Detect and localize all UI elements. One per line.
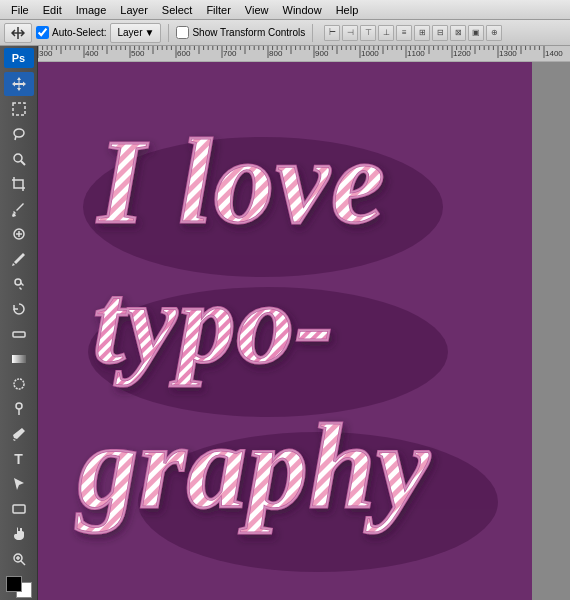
path-selection-tool[interactable] [4, 472, 34, 496]
menu-image[interactable]: Image [69, 2, 114, 18]
brush-tool[interactable] [4, 247, 34, 271]
svg-point-8 [15, 279, 21, 285]
svg-rect-14 [13, 505, 25, 513]
horizontal-ruler [38, 46, 570, 62]
options-bar: Auto-Select: Layer ▼ Show Transform Cont… [0, 20, 570, 46]
artwork-svg: I love typo- graphy I love typo- graphy [38, 62, 532, 600]
align-left-icon[interactable]: ⊢ [324, 25, 340, 41]
canvas-area: I love typo- graphy I love typo- graphy [38, 46, 570, 600]
dropdown-arrow-icon: ▼ [145, 27, 155, 38]
ps-logo: Ps [4, 48, 34, 68]
canvas-wrapper[interactable]: I love typo- graphy I love typo- graphy [38, 62, 570, 600]
rectangular-marquee-tool[interactable] [4, 97, 34, 121]
shape-tool[interactable] [4, 497, 34, 521]
menu-filter[interactable]: Filter [199, 2, 237, 18]
h-ruler-canvas [38, 46, 570, 62]
dodge-tool[interactable] [4, 397, 34, 421]
lasso-tool[interactable] [4, 122, 34, 146]
layer-dropdown[interactable]: Layer ▼ [110, 23, 161, 43]
quick-select-tool[interactable] [4, 147, 34, 171]
distribute-v-icon[interactable]: ⊠ [450, 25, 466, 41]
auto-align-icon[interactable]: ▣ [468, 25, 484, 41]
menu-window[interactable]: Window [276, 2, 329, 18]
clone-stamp-tool[interactable] [4, 272, 34, 296]
pen-tool[interactable] [4, 422, 34, 446]
menu-edit[interactable]: Edit [36, 2, 69, 18]
history-brush-tool[interactable] [4, 297, 34, 321]
foreground-color-swatch[interactable] [6, 576, 22, 592]
gradient-tool[interactable] [4, 347, 34, 371]
align-options-icon[interactable]: ⊕ [486, 25, 502, 41]
svg-point-12 [16, 403, 22, 409]
svg-text:graphy: graphy [75, 400, 431, 533]
svg-line-4 [21, 161, 25, 165]
hand-tool[interactable] [4, 522, 34, 546]
transform-icons-group: ⊢ ⊣ ⊤ ⊥ ≡ ⊞ ⊟ ⊠ ▣ ⊕ [324, 25, 502, 41]
menu-view[interactable]: View [238, 2, 276, 18]
menu-help[interactable]: Help [329, 2, 366, 18]
svg-text:typo-: typo- [93, 260, 334, 387]
move-tool[interactable] [4, 72, 34, 96]
svg-point-1 [14, 129, 24, 137]
svg-rect-10 [12, 355, 26, 363]
svg-point-3 [14, 154, 22, 162]
healing-brush-tool[interactable] [4, 222, 34, 246]
eyedropper-tool[interactable] [4, 197, 34, 221]
type-tool[interactable]: T [4, 447, 34, 471]
svg-line-2 [15, 136, 16, 140]
menu-bar: File Edit Image Layer Select Filter View… [0, 0, 570, 20]
svg-line-16 [21, 561, 25, 565]
move-tool-btn[interactable] [4, 23, 32, 43]
color-swatches[interactable] [6, 576, 32, 598]
zoom-tool[interactable] [4, 547, 34, 571]
toolbar: Ps [0, 46, 38, 600]
eraser-tool[interactable] [4, 322, 34, 346]
blur-tool[interactable] [4, 372, 34, 396]
align-top-icon[interactable]: ⊥ [378, 25, 394, 41]
main-area: Ps [0, 46, 570, 600]
menu-layer[interactable]: Layer [113, 2, 155, 18]
show-transform-checkbox[interactable] [176, 26, 189, 39]
distribute-h-icon[interactable]: ⊟ [432, 25, 448, 41]
menu-select[interactable]: Select [155, 2, 200, 18]
svg-text:I love: I love [96, 115, 387, 248]
align-center-h-icon[interactable]: ⊣ [342, 25, 358, 41]
align-bottom-icon[interactable]: ⊞ [414, 25, 430, 41]
auto-select-checkbox[interactable] [36, 26, 49, 39]
align-center-v-icon[interactable]: ≡ [396, 25, 412, 41]
auto-select-label[interactable]: Auto-Select: [36, 26, 106, 39]
divider2 [312, 24, 313, 42]
svg-rect-0 [13, 103, 25, 115]
crop-tool[interactable] [4, 172, 34, 196]
divider [168, 24, 169, 42]
svg-point-11 [14, 379, 24, 389]
svg-rect-9 [13, 332, 25, 337]
menu-file[interactable]: File [4, 2, 36, 18]
show-transform-label[interactable]: Show Transform Controls [176, 26, 305, 39]
align-right-icon[interactable]: ⊤ [360, 25, 376, 41]
artwork-canvas[interactable]: I love typo- graphy I love typo- graphy [38, 62, 532, 600]
